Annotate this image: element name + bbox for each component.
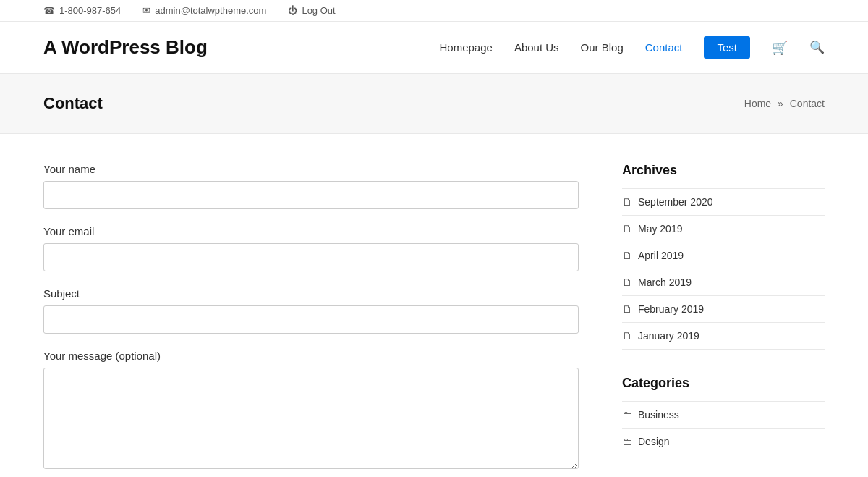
nav-test-button[interactable]: Test [704, 36, 750, 59]
breadcrumb: Home » Contact [744, 98, 825, 109]
phone-item: ☎ 1-800-987-654 [43, 5, 121, 16]
breadcrumb-home[interactable]: Home [744, 98, 771, 109]
name-input[interactable] [43, 181, 579, 209]
subject-input[interactable] [43, 305, 579, 334]
email-item: ✉ admin@totalwptheme.com [142, 5, 266, 16]
breadcrumb-separator: » [778, 98, 783, 109]
email-label: Your email [43, 225, 579, 237]
search-icon[interactable]: 🔍 [809, 40, 825, 55]
document-icon: 🗋 [622, 250, 632, 261]
nav-contact[interactable]: Contact [645, 41, 683, 54]
archive-item[interactable]: 🗋January 2019 [622, 323, 825, 350]
category-item[interactable]: 🗀Business [622, 401, 825, 429]
logout-icon: ⏻ [288, 5, 297, 16]
name-field-group: Your name [43, 163, 579, 209]
message-field-group: Your message (optional) [43, 350, 579, 471]
archive-item[interactable]: 🗋April 2019 [622, 242, 825, 269]
archives-list: 🗋September 2020🗋May 2019🗋April 2019🗋Marc… [622, 188, 825, 350]
archive-label: April 2019 [638, 250, 684, 261]
document-icon: 🗋 [622, 303, 632, 315]
breadcrumb-current: Contact [790, 98, 825, 109]
phone-icon: ☎ [43, 5, 55, 16]
document-icon: 🗋 [622, 196, 632, 208]
main-nav: Homepage About Us Our Blog Contact Test … [439, 36, 825, 59]
name-label: Your name [43, 163, 579, 175]
archive-item[interactable]: 🗋February 2019 [622, 296, 825, 323]
archive-label: September 2020 [638, 196, 713, 208]
logout-label[interactable]: Log Out [302, 5, 335, 16]
message-textarea[interactable] [43, 368, 579, 469]
archive-label: May 2019 [638, 223, 682, 235]
main-content: Your name Your email Subject Your messag… [0, 134, 868, 477]
archive-item[interactable]: 🗋September 2020 [622, 188, 825, 216]
nav-about-us[interactable]: About Us [514, 41, 559, 54]
header: A WordPress Blog Homepage About Us Our B… [0, 22, 868, 74]
folder-icon: 🗀 [622, 409, 632, 421]
top-bar: ☎ 1-800-987-654 ✉ admin@totalwptheme.com… [0, 0, 868, 22]
message-label: Your message (optional) [43, 350, 579, 362]
archive-label: January 2019 [638, 330, 699, 342]
subject-field-group: Subject [43, 287, 579, 334]
page-title: Contact [43, 94, 103, 113]
archive-item[interactable]: 🗋May 2019 [622, 216, 825, 242]
contact-form-area: Your name Your email Subject Your messag… [43, 163, 579, 477]
nav-our-blog[interactable]: Our Blog [581, 41, 624, 54]
breadcrumb-bar: Contact Home » Contact [0, 74, 868, 134]
archives-heading: Archives [622, 163, 825, 178]
document-icon: 🗋 [622, 330, 632, 342]
site-title[interactable]: A WordPress Blog [43, 36, 208, 59]
archive-label: March 2019 [638, 277, 692, 288]
archives-section: Archives 🗋September 2020🗋May 2019🗋April … [622, 163, 825, 350]
phone-number: 1-800-987-654 [59, 5, 121, 16]
categories-section: Categories 🗀Business🗀Design [622, 376, 825, 455]
document-icon: 🗋 [622, 277, 632, 288]
document-icon: 🗋 [622, 223, 632, 235]
email-input[interactable] [43, 243, 579, 271]
category-label: Business [638, 409, 679, 421]
nav-homepage[interactable]: Homepage [439, 41, 492, 54]
categories-list: 🗀Business🗀Design [622, 401, 825, 455]
cart-icon[interactable]: 🛒 [772, 40, 788, 56]
categories-heading: Categories [622, 376, 825, 391]
email-field-group: Your email [43, 225, 579, 271]
category-item[interactable]: 🗀Design [622, 429, 825, 455]
logout-item[interactable]: ⏻ Log Out [288, 5, 335, 16]
subject-label: Subject [43, 287, 579, 300]
archive-item[interactable]: 🗋March 2019 [622, 269, 825, 296]
archive-label: February 2019 [638, 303, 704, 315]
folder-icon: 🗀 [622, 436, 632, 447]
sidebar: Archives 🗋September 2020🗋May 2019🗋April … [622, 163, 825, 477]
email-address: admin@totalwptheme.com [155, 5, 266, 16]
email-icon: ✉ [142, 5, 150, 16]
category-label: Design [638, 436, 670, 447]
